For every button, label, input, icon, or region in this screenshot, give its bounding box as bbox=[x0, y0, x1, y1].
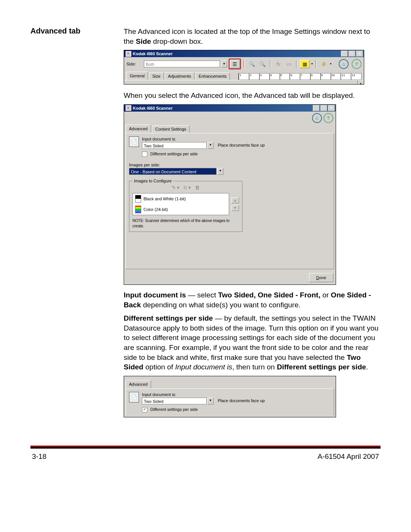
note-text: NOTE: Scanner determines which of the ab… bbox=[132, 218, 239, 228]
side-dropdown[interactable]: Both bbox=[144, 61, 220, 67]
minimize-button[interactable]: _ bbox=[341, 51, 348, 57]
zoom-in-icon[interactable]: 🔍 bbox=[247, 60, 256, 68]
document-icon: 📄 bbox=[129, 136, 139, 147]
images-to-configure-group: Images to Configure ✎ ▾ ⎘ ▾ 🗑 Black and … bbox=[129, 181, 242, 232]
close-button[interactable]: × bbox=[328, 105, 335, 111]
images-per-side-dropdown[interactable]: One - Based on Document Content bbox=[129, 168, 217, 175]
footer-rule bbox=[30, 446, 381, 449]
window-title: Kodak i660 Scanner bbox=[133, 105, 312, 111]
screenshot-toolbar-window: K Kodak i660 Scanner _ □ × Side: Both ▼ bbox=[124, 50, 364, 85]
maximize-button[interactable]: □ bbox=[349, 51, 355, 57]
advanced-icon[interactable]: ☰ bbox=[230, 60, 240, 68]
input-doc-dropdown[interactable]: Two Sided bbox=[142, 398, 207, 404]
app-icon: K bbox=[126, 105, 131, 111]
page-icon[interactable]: ▭ bbox=[284, 60, 293, 68]
titlebar: K Kodak i660 Scanner _ □ × bbox=[124, 50, 364, 57]
diff-settings-checkbox[interactable]: ✓ bbox=[142, 407, 147, 412]
input-doc-dropdown[interactable]: Two Sided bbox=[142, 142, 207, 149]
tab-advanced[interactable]: Advanced bbox=[126, 380, 151, 388]
tab-general[interactable]: General bbox=[126, 72, 148, 80]
app-icon: K bbox=[126, 51, 131, 57]
configure-legend: Images to Configure bbox=[132, 178, 173, 184]
side-dropdown-arrow-icon[interactable]: ▼ bbox=[221, 61, 227, 67]
tab-advanced[interactable]: Advanced bbox=[126, 125, 151, 133]
maximize-button[interactable]: □ bbox=[320, 105, 327, 111]
minimize-button[interactable]: _ bbox=[313, 105, 320, 111]
screenshot-diff-settings-window: Advanced 📄 Input document is: Two Sided … bbox=[124, 376, 336, 417]
move-down-button[interactable]: ▼ bbox=[231, 205, 239, 211]
images-per-side-label: Images per side: bbox=[129, 162, 331, 168]
dropdown-arrow-icon[interactable]: ▼ bbox=[207, 398, 213, 404]
bw-swatch-icon bbox=[135, 195, 141, 203]
window-title: Kodak i660 Scanner bbox=[133, 51, 340, 57]
intro-paragraph-1: The Advanced icon is located at the top … bbox=[124, 27, 381, 46]
section-heading: Advanced tab bbox=[30, 27, 116, 35]
diff-settings-checkbox[interactable] bbox=[142, 152, 147, 157]
input-doc-label: Input document is: bbox=[142, 136, 265, 142]
help-icon[interactable]: ? bbox=[323, 113, 333, 123]
move-up-button[interactable]: ▲ bbox=[231, 197, 239, 203]
scroll-up-icon[interactable]: ▲ bbox=[359, 82, 362, 85]
document-icon: 📄 bbox=[129, 392, 139, 403]
place-docs-label: Place documents face up bbox=[218, 143, 265, 147]
side-label: Side: bbox=[126, 61, 142, 67]
home-icon[interactable]: ⌂ bbox=[312, 113, 322, 123]
tab-size[interactable]: Size bbox=[149, 72, 164, 80]
dropdown-arrow-icon[interactable]: ▼ bbox=[217, 168, 223, 175]
ruler: 1 2 3 4 5 6 7 8 9 10 11 bbox=[238, 73, 362, 80]
image-type-color[interactable]: Color (24-bit) bbox=[133, 204, 229, 215]
desc-different-settings: Different settings per side — by default… bbox=[124, 313, 381, 372]
document-id: A-61504 April 2007 bbox=[317, 452, 379, 461]
zoom-out-icon[interactable]: 🔍 bbox=[258, 60, 267, 68]
done-button[interactable]: Done bbox=[309, 273, 333, 282]
image-type-bw[interactable]: Black and White (1-bit) bbox=[133, 193, 229, 204]
desc-input-document: Input document is — select Two Sided, On… bbox=[124, 290, 381, 310]
place-docs-label: Place documents face up bbox=[218, 398, 265, 403]
intro-paragraph-2: When you select the Advanced icon, the A… bbox=[124, 91, 381, 101]
color-tool-icon[interactable]: ▦ bbox=[300, 60, 310, 68]
dropdown-arrow-icon[interactable]: ▼ bbox=[207, 142, 213, 149]
color-swatch-icon bbox=[135, 206, 141, 213]
home-icon[interactable]: ⌂ bbox=[339, 59, 349, 69]
diff-settings-label: Different settings per side bbox=[150, 152, 198, 156]
screenshot-advanced-tab-window: K Kodak i660 Scanner _ □ × ⌂ ? Advanced bbox=[124, 104, 336, 285]
settings-tool-icon[interactable]: ⚙ bbox=[319, 60, 328, 68]
tab-enhancements[interactable]: Enhancements bbox=[195, 72, 230, 80]
page-number: 3-18 bbox=[32, 452, 46, 461]
rotate-icon[interactable]: ↻ bbox=[274, 60, 283, 68]
close-button[interactable]: × bbox=[356, 51, 363, 57]
tab-content-settings[interactable]: Content Settings bbox=[152, 125, 190, 133]
tab-adjustments[interactable]: Adjustments bbox=[165, 72, 195, 80]
titlebar: K Kodak i660 Scanner _ □ × bbox=[124, 105, 336, 112]
advanced-icon-highlight: ☰ bbox=[229, 59, 241, 69]
input-doc-label: Input document is: bbox=[142, 392, 265, 398]
help-icon[interactable]: ? bbox=[352, 59, 362, 69]
diff-settings-label: Different settings per side bbox=[150, 407, 198, 412]
